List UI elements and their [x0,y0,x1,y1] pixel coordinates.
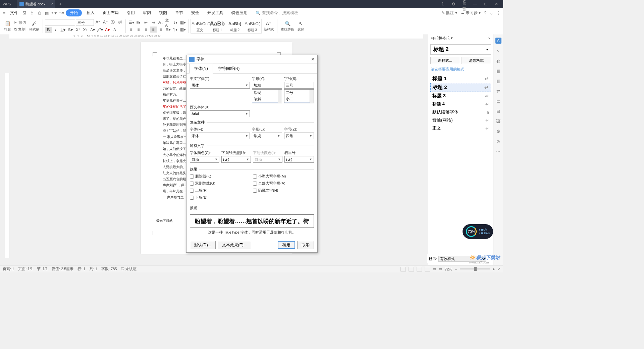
style-item-h4[interactable]: 标题 4↵ [430,100,491,108]
font-color-combo[interactable]: 自动▼ [190,156,219,163]
sidebar-link-icon[interactable]: ⇄ [495,88,501,94]
window-minimize-button[interactable]: — [472,2,478,6]
west-font-combo[interactable]: Arial▼ [190,110,250,117]
increase-font-icon[interactable]: A⁺ [95,19,101,25]
dstrike-checkbox[interactable]: 双删除线(G) [190,181,251,186]
strike-checkbox[interactable]: 删除线(K) [190,174,251,179]
strike-button[interactable]: S̶▾ [67,27,74,33]
dialog-tab-font[interactable]: 字体(N) [189,64,213,73]
sidebar-style-icon[interactable]: A [495,38,501,44]
underline-button[interactable]: U▾ [60,27,66,33]
tab-view[interactable]: 视图 [156,10,170,16]
hidden-checkbox[interactable]: 隐藏文字(H) [253,188,314,193]
size-listbox[interactable]: 二号 小二 三号 [284,89,314,103]
new-style-button[interactable]: A⁺新样式 [262,20,275,32]
file-menu[interactable]: 文件 [8,10,20,16]
text-color-button[interactable]: A▾ [104,27,111,33]
badge-icon[interactable]: 1 [439,2,446,6]
style-normal[interactable]: AaBbCcD正文 [192,20,208,33]
sup-checkbox[interactable]: 上标(P) [190,188,251,193]
zoom-slider[interactable] [460,268,490,269]
style-listbox[interactable]: 常规 倾斜 加粗 [252,89,282,103]
zoom-value[interactable]: 72% [445,267,452,271]
vertical-ruler[interactable] [5,73,9,258]
style-item-normal-web[interactable]: 普通(网站)↵ [430,116,491,124]
command-search[interactable]: 🔍 查找命令、搜索模板 [256,10,298,16]
style-h3[interactable]: AaBbC(标题 3 [244,20,261,33]
tab-home[interactable]: 开始 [66,9,82,16]
complex-style-combo[interactable]: 常规▼ [252,133,282,139]
styles-panel-close-icon[interactable]: × [488,36,490,40]
style-gallery[interactable]: AaBbCcD正文 AaBb标题 1 AaBb(标题 2 AaBbC(标题 3 [191,19,262,34]
text-effect-button[interactable]: 文本效果(E)... [218,241,251,249]
align-justify-button[interactable]: ≡ [150,27,157,33]
undo-icon[interactable]: ↶▾ [51,10,57,16]
current-style-display[interactable]: 标题 2▾ [430,44,491,55]
tab-chapter[interactable]: 章节 [172,10,186,16]
indent-dec-button[interactable]: ⇤ [143,19,149,26]
sync-button[interactable]: ☁ 未同步 ▾ [461,10,481,16]
sidebar-chart-icon[interactable]: ▥ [495,78,501,84]
copy-button[interactable]: ⧉ 复制 [13,27,27,32]
indent-inc-button[interactable]: ⇥ [150,19,157,26]
window-restore-button[interactable]: □ [482,2,489,6]
listbox-scrollbar[interactable] [310,90,314,103]
tab-security[interactable]: 安全 [188,10,203,16]
view-web-icon[interactable] [417,267,422,271]
sidebar-hide-icon[interactable]: ⊟ [495,108,501,114]
align-distribute-button[interactable]: ≡ [157,27,164,33]
align-center-button[interactable]: ≡ [135,27,142,33]
sidebar-image-icon[interactable]: 🖼 [495,118,501,124]
highlight-button[interactable]: 🖍▾ [97,27,103,33]
listbox-scrollbar[interactable] [278,90,282,103]
sidebar-layers-icon[interactable]: ▦ [495,68,501,74]
new-style-panel-button[interactable]: 新样式... [430,57,460,64]
style-item-h2[interactable]: 标题 2↵ [430,83,491,92]
status-words[interactable]: 字数: 785 [101,266,117,271]
ok-button[interactable]: 确定 [278,241,295,249]
size-input[interactable]: 三号 [284,82,314,89]
status-line[interactable]: 行: 1 [77,266,85,271]
select-button[interactable]: ↖选择 [296,20,306,32]
window-close-button[interactable]: ✕ [493,2,500,6]
superscript-button[interactable]: X² [74,27,81,33]
new-tab-button[interactable]: ＋ [55,1,65,7]
help-icon[interactable]: ? [484,11,486,15]
tab-references[interactable]: 引用 [123,10,138,16]
fit-width-icon[interactable]: ▭ [439,267,442,271]
align-left-button[interactable]: ≡ [128,27,135,33]
zoom-out-button[interactable]: − [455,267,457,271]
underline-combo[interactable]: (无)▼ [221,156,251,163]
font-size-combo[interactable] [76,19,94,26]
sort-button[interactable]: A↓ [157,19,164,26]
style-item-h3[interactable]: 标题 3↵ [430,92,491,100]
tab-insert[interactable]: 插入 [83,10,98,16]
decrease-font-icon[interactable]: A⁻ [102,19,109,25]
line-spacing-button[interactable]: ↕▾ [172,19,179,26]
bold-button[interactable]: B [45,27,52,33]
font-color-button[interactable]: A▾ [89,27,96,33]
cut-button[interactable]: ✂ 剪切 [13,20,27,26]
style-item-default-font[interactable]: 默认段落字体a [430,108,491,116]
fit-page-icon[interactable]: ▭ [433,267,436,271]
sidebar-shape-icon[interactable]: ◐ [495,58,501,64]
save-icon[interactable]: 🖫 [21,10,28,16]
print-icon[interactable]: ⎙ [36,10,42,16]
collapse-ribbon-icon[interactable]: ⌄ [490,11,493,15]
sidebar-template-icon[interactable]: ▤ [495,98,501,104]
clear-format-panel-button[interactable]: 清除格式 [462,57,491,64]
redo-icon[interactable]: ↷▾ [58,10,64,16]
numbering-button[interactable]: ≡▾ [135,19,142,26]
paragraph-button[interactable]: ¶▾ [172,27,179,33]
tab-review[interactable]: 审阅 [140,10,154,16]
find-replace-button[interactable]: 🔍查找替换 [279,20,296,32]
style-item-h1[interactable]: 标题 1↵ [430,74,491,83]
subscript-button[interactable]: X₂ [82,27,89,33]
remark-button[interactable]: ✎ 批注 ▾ [441,10,457,16]
allcaps-checkbox[interactable]: 全部大写字母(A) [253,181,314,186]
style-input[interactable]: 加粗 [252,82,282,89]
paste-button[interactable]: 📋粘贴 [3,20,12,32]
status-section[interactable]: 节: 1/1 [37,266,48,271]
fullscreen-icon[interactable]: ⤢ [497,267,500,271]
style-item-body[interactable]: 正文↵ [430,124,491,132]
